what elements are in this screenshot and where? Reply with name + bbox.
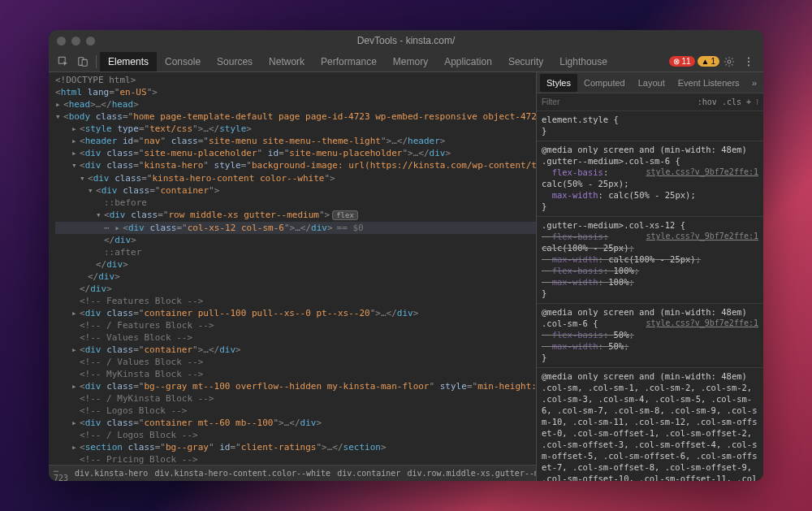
dom-line[interactable]: ▾<div class="kinsta-hero-content color--… — [55, 172, 536, 184]
dom-line[interactable]: ▾<div class="container"> — [55, 184, 536, 197]
expand-arrow-icon[interactable]: ▾ — [80, 172, 88, 184]
dom-line[interactable]: ▾<div class="row middle-xs gutter--mediu… — [55, 209, 536, 222]
source-link[interactable]: style.css?v_9bf7e2ffe:1 — [646, 167, 758, 178]
dom-line[interactable]: ▸<section class="bg--gray" id="client-ra… — [55, 441, 536, 453]
flex-badge[interactable]: flex — [332, 210, 358, 220]
styles-tabs: Styles Computed Layout Event Listeners » — [537, 72, 763, 93]
dom-line[interactable]: ▾<div class="kinsta-hero" style="backgro… — [55, 159, 536, 172]
inspect-element-icon[interactable] — [54, 53, 73, 71]
styles-filter-input[interactable] — [542, 97, 693, 106]
dom-line[interactable]: ▸<div class="site-menu-placeholder" id="… — [55, 147, 536, 159]
dom-line[interactable]: ▸<head>…</head> — [55, 98, 536, 110]
dom-line[interactable]: <!-- Values Block --> — [55, 331, 536, 344]
breadcrumb-prefix: …723 — [54, 465, 68, 481]
maximize-window-button[interactable] — [86, 37, 95, 45]
more-options-icon[interactable] — [739, 53, 758, 71]
tab-security[interactable]: Security — [500, 52, 551, 71]
elements-panel: <!DOCTYPE html> <html lang="en-US"> ▸<he… — [49, 72, 536, 481]
breadcrumb-item[interactable]: div.kinsta-hero-content.color--white — [154, 469, 330, 478]
cls-toggle[interactable]: .cls — [722, 97, 741, 106]
style-rule[interactable]: .gutter--medium>.col-xs-12 {style.css?v_… — [537, 217, 763, 304]
styles-body[interactable]: element.style { } @media only screen and… — [537, 111, 763, 481]
tab-memory[interactable]: Memory — [385, 52, 436, 71]
expand-arrow-icon[interactable]: ▸ — [55, 98, 63, 110]
dom-line[interactable]: <html lang="en-US"> — [55, 86, 536, 98]
expand-arrow-icon[interactable]: ▾ — [55, 110, 63, 123]
dom-line[interactable]: <!DOCTYPE html> — [55, 74, 536, 86]
expand-arrow-icon[interactable]: ▸ — [71, 417, 80, 429]
breadcrumb-item[interactable]: div.row.middle-xs.gutter--medium — [407, 469, 536, 478]
dom-line[interactable]: ▸<div class="container pull--100 pull--x… — [55, 307, 536, 319]
expand-arrow-icon[interactable]: ▸ — [71, 441, 80, 453]
divider — [96, 55, 97, 68]
source-link[interactable]: style.css?v_9bf7e2ffe:1 — [646, 318, 758, 329]
tab-elements[interactable]: Elements — [100, 52, 157, 71]
dom-line[interactable]: <!-- / MyKinsta Block --> — [55, 392, 536, 405]
dom-line[interactable]: ▾<body class="home page-template-default… — [55, 110, 536, 123]
device-toolbar-icon[interactable] — [73, 53, 93, 71]
dom-line[interactable]: ▸<header id="nav" class="site-menu site-… — [55, 135, 536, 147]
minimize-window-button[interactable] — [71, 37, 80, 45]
source-link[interactable]: style.css?v_9bf7e2ffe:1 — [646, 231, 758, 242]
expand-arrow-icon[interactable]: ▸ — [114, 222, 123, 234]
dom-line[interactable]: <!-- / Features Block --> — [55, 319, 536, 331]
dom-line[interactable]: ▸<style type="text/css">…</style> — [55, 123, 536, 135]
style-rule[interactable]: @media only screen and (min-width: 48em)… — [537, 304, 763, 368]
main-toolbar: Elements Console Sources Network Perform… — [49, 51, 763, 72]
tab-performance[interactable]: Performance — [313, 52, 385, 71]
more-tabs-icon[interactable]: » — [749, 78, 760, 88]
new-style-rule-icon[interactable]: + — [746, 97, 751, 106]
breadcrumb-item[interactable]: div.kinsta-hero — [75, 469, 148, 478]
dom-line[interactable]: ▸<div class="container">…</div> — [55, 344, 536, 356]
tab-sources[interactable]: Sources — [209, 52, 261, 71]
expand-arrow-icon[interactable]: ▾ — [88, 184, 96, 197]
expand-arrow-icon[interactable]: ▸ — [71, 123, 80, 135]
style-rule[interactable]: @media only screen and (min-width: 48em)… — [537, 368, 763, 481]
expand-arrow-icon[interactable]: ▸ — [71, 380, 80, 392]
dom-line[interactable]: ▸<div class="bg--gray mt--100 overflow--… — [55, 380, 536, 392]
style-rule[interactable]: @media only screen and (min-width: 48em)… — [537, 141, 763, 217]
dom-line[interactable]: <!-- Features Block --> — [55, 295, 536, 307]
hov-toggle[interactable]: :hov — [698, 97, 717, 106]
settings-gear-icon[interactable] — [719, 53, 739, 71]
expand-arrow-icon[interactable]: ▸ — [71, 344, 80, 356]
styles-tab-event-listeners[interactable]: Event Listeners — [672, 74, 746, 92]
breadcrumb-item[interactable]: div.container — [337, 469, 400, 478]
svg-point-3 — [728, 60, 731, 63]
expand-arrow-icon[interactable]: ▸ — [71, 307, 80, 319]
dom-line[interactable]: <!-- / Logos Block --> — [55, 429, 536, 441]
dom-line[interactable]: ▸<div class="container mt--60 mb--100">…… — [55, 417, 536, 429]
expand-arrow-icon[interactable]: ▾ — [96, 209, 104, 221]
dom-line[interactable]: </div> — [55, 234, 536, 246]
dom-line[interactable]: ::after — [55, 246, 536, 258]
styles-more-icon[interactable]: ⁝ — [756, 97, 758, 106]
dom-line[interactable]: <!-- / Values Block --> — [55, 356, 536, 368]
dom-line[interactable]: </div> — [55, 258, 536, 271]
styles-tab-layout[interactable]: Layout — [632, 74, 672, 92]
dom-line[interactable]: ::before — [55, 197, 536, 209]
tab-application[interactable]: Application — [436, 52, 500, 71]
style-rule[interactable]: element.style { } — [537, 111, 763, 141]
styles-panel: Styles Computed Layout Event Listeners »… — [536, 72, 763, 481]
tab-lighthouse[interactable]: Lighthouse — [551, 52, 615, 71]
dom-line[interactable]: </div> — [55, 283, 536, 295]
main-content: <!DOCTYPE html> <html lang="en-US"> ▸<he… — [49, 72, 763, 481]
dom-line[interactable]: </div> — [55, 271, 536, 283]
warning-count-badge[interactable]: ▲ 1 — [698, 56, 719, 67]
dom-tree[interactable]: <!DOCTYPE html> <html lang="en-US"> ▸<he… — [49, 72, 536, 465]
dom-line[interactable]: <!-- MyKinsta Block --> — [55, 368, 536, 380]
close-window-button[interactable] — [57, 37, 66, 45]
styles-tab-styles[interactable]: Styles — [540, 74, 577, 92]
expand-arrow-icon[interactable]: ▾ — [71, 159, 80, 171]
tab-console[interactable]: Console — [157, 52, 209, 71]
svg-point-6 — [748, 64, 749, 66]
dom-line-selected[interactable]: ⋯ ▸<div class="col-xs-12 col-sm-6">…</di… — [55, 222, 536, 234]
dom-line[interactable]: <!-- Logos Block --> — [55, 405, 536, 417]
error-count-badge[interactable]: ⊗ 11 — [669, 56, 694, 67]
expand-arrow-icon[interactable]: ▸ — [71, 135, 80, 147]
styles-tab-computed[interactable]: Computed — [577, 74, 632, 92]
expand-arrow-icon[interactable]: ▸ — [71, 147, 80, 159]
tab-network[interactable]: Network — [261, 52, 313, 71]
dom-line[interactable]: <!-- Pricing Block --> — [55, 453, 536, 465]
styles-filter-row: :hov .cls + ⁝ — [537, 93, 763, 111]
